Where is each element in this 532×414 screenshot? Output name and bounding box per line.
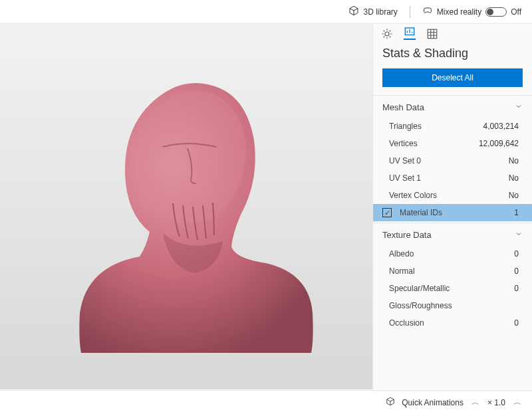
tab-stats[interactable] <box>404 28 416 40</box>
tab-grid[interactable] <box>426 28 438 40</box>
section-texture-data[interactable]: Texture Data <box>373 225 532 245</box>
tex-label: Specular/Metallic <box>389 284 450 293</box>
mesh-value: 1 <box>514 208 519 217</box>
mesh-row-triangles[interactable]: Triangles 4,003,214 <box>373 118 532 135</box>
model-bust-icon <box>47 47 326 366</box>
mesh-row-uv1[interactable]: UV Set 1 No <box>373 169 532 187</box>
toggle-switch[interactable] <box>485 7 507 17</box>
properties-sidebar: Stats & Shading Deselect All Mesh Data T… <box>372 24 532 389</box>
tex-label: Occlusion <box>389 318 424 328</box>
mesh-row-vertex-colors[interactable]: Vertex Colors No <box>373 187 532 204</box>
tex-label: Gloss/Roughness <box>389 301 452 310</box>
mesh-row-uv0[interactable]: UV Set 0 No <box>373 152 532 169</box>
section-mesh-data[interactable]: Mesh Data <box>373 97 532 118</box>
mesh-row-material-ids[interactable]: Material IDs 1 <box>373 204 532 221</box>
section-mesh-title: Mesh Data <box>382 102 424 112</box>
chevron-up-icon[interactable]: ︿ <box>512 397 523 408</box>
tex-row-albedo[interactable]: Albedo 0 <box>373 245 532 262</box>
top-toolbar: 3D library Mixed reality Off <box>0 0 532 24</box>
tex-value: 0 <box>514 318 519 328</box>
mesh-value: No <box>509 156 519 165</box>
mesh-label: Material IDs <box>400 208 442 217</box>
mixed-reality-state: Off <box>511 7 521 17</box>
bottom-toolbar: Quick Animations ︿ × 1.0 ︿ <box>0 390 532 414</box>
svg-point-0 <box>385 32 389 36</box>
chevron-up-icon[interactable]: ︿ <box>470 397 481 408</box>
mixed-reality-label: Mixed reality <box>437 7 481 17</box>
svg-rect-2 <box>428 29 437 39</box>
tex-label: Normal <box>389 266 415 276</box>
playback-speed[interactable]: × 1.0 <box>487 398 505 407</box>
mesh-label: UV Set 1 <box>389 173 421 183</box>
headset-icon <box>422 5 433 18</box>
checkbox-checked-icon <box>382 208 392 217</box>
chevron-down-icon <box>515 230 523 240</box>
tex-row-gloss[interactable]: Gloss/Roughness <box>373 297 532 314</box>
3d-viewport[interactable] <box>0 24 372 389</box>
tex-row-specular[interactable]: Specular/Metallic 0 <box>373 280 532 297</box>
chevron-down-icon <box>515 102 523 112</box>
toolbar-divider <box>410 6 410 18</box>
tex-row-occlusion[interactable]: Occlusion 0 <box>373 314 532 332</box>
mixed-reality-toggle[interactable]: Mixed reality Off <box>422 5 521 18</box>
tex-row-normal[interactable]: Normal 0 <box>373 262 532 280</box>
tex-value: 0 <box>514 266 519 276</box>
mesh-label: Triangles <box>389 122 422 131</box>
tex-label: Albedo <box>389 249 414 259</box>
mesh-label: Vertex Colors <box>389 191 437 200</box>
quick-animations-button[interactable]: Quick Animations <box>402 398 464 407</box>
tab-lighting[interactable] <box>381 28 393 40</box>
mesh-row-vertices[interactable]: Vertices 12,009,642 <box>373 135 532 152</box>
mesh-value: 12,009,642 <box>479 139 519 148</box>
3d-library-label: 3D library <box>363 7 397 17</box>
section-texture-title: Texture Data <box>382 230 432 240</box>
mesh-value: No <box>509 191 519 200</box>
mesh-label: Vertices <box>389 139 418 148</box>
deselect-all-button[interactable]: Deselect All <box>382 68 523 87</box>
panel-title: Stats & Shading <box>373 40 532 68</box>
cube-icon <box>386 397 395 408</box>
mesh-label: UV Set 0 <box>389 156 421 165</box>
tex-value: 0 <box>514 284 519 293</box>
cube-icon <box>348 5 359 18</box>
3d-library-button[interactable]: 3D library <box>348 5 397 18</box>
sidebar-tabs <box>373 24 532 40</box>
mesh-value: 4,003,214 <box>483 122 519 131</box>
mesh-value: No <box>509 173 519 183</box>
tex-value: 0 <box>514 249 519 259</box>
